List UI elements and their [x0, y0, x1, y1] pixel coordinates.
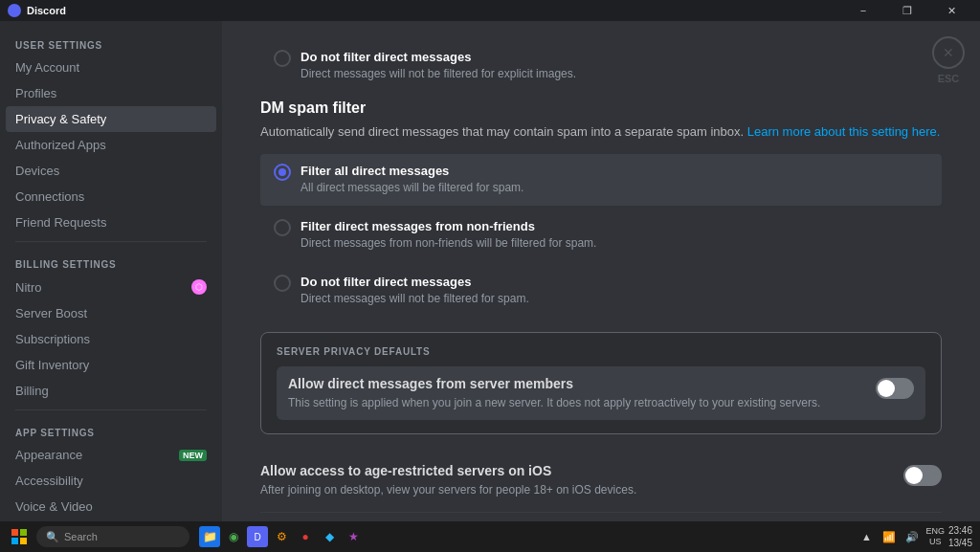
taskbar-app-explorer[interactable]: 📁: [199, 526, 220, 547]
tray-icon-network[interactable]: 📶: [880, 527, 899, 546]
taskbar-app-discord[interactable]: D: [247, 526, 268, 547]
esc-circle: ✕: [932, 36, 965, 69]
sidebar-item-my-account[interactable]: My Account: [6, 55, 216, 80]
sidebar-item-authorized-apps[interactable]: Authorized Apps: [6, 132, 216, 158]
sidebar-item-billing[interactable]: Billing: [6, 378, 216, 404]
no-filter-top-title: Do not filter direct messages: [301, 50, 576, 64]
radio-filter-all: [274, 164, 291, 181]
browser-icon: ◉: [229, 530, 238, 543]
sidebar-item-label: Accessibility: [15, 474, 83, 488]
radio-no-filter-bottom: [274, 275, 291, 292]
svg-rect-2: [11, 538, 18, 544]
app-title: Discord: [27, 5, 66, 16]
sidebar-item-nitro[interactable]: Nitro ⬡: [6, 274, 216, 300]
age-restricted-ios-title: Allow access to age-restricted servers o…: [260, 463, 636, 478]
nitro-icon: ⬡: [191, 279, 207, 295]
sidebar-item-label: Gift Inventory: [15, 358, 89, 372]
no-filter-bottom-option[interactable]: Do not filter direct messages Direct mes…: [260, 265, 942, 317]
sidebar-item-gift-inventory[interactable]: Gift Inventory: [6, 352, 216, 378]
tray-icon-1[interactable]: ▲: [857, 527, 876, 546]
sidebar-item-label: Profiles: [15, 86, 56, 100]
sidebar-item-devices[interactable]: Devices: [6, 158, 216, 184]
restore-button[interactable]: ❐: [886, 0, 928, 21]
taskbar-search[interactable]: 🔍 Search: [36, 526, 189, 547]
allow-dm-text: Allow direct messages from server member…: [288, 376, 820, 411]
allow-dm-toggle[interactable]: [876, 378, 914, 399]
misc4-icon: ★: [348, 530, 359, 543]
sidebar: USER SETTINGS My Account Profiles Privac…: [0, 21, 222, 521]
date-display: 13/45: [948, 537, 972, 549]
no-filter-top-option[interactable]: Do not filter direct messages Direct mes…: [260, 40, 942, 92]
taskbar-app-misc2[interactable]: ●: [295, 526, 316, 547]
filter-non-friends-content: Filter direct messages from non-friends …: [301, 219, 596, 252]
divider-billing: [15, 241, 207, 242]
sidebar-item-accessibility[interactable]: Accessibility: [6, 468, 216, 494]
no-filter-top-content: Do not filter direct messages Direct mes…: [301, 50, 576, 82]
sidebar-item-profiles[interactable]: Profiles: [6, 80, 216, 106]
toggle-knob-ios: [905, 467, 923, 484]
sidebar-item-label: Devices: [15, 164, 59, 178]
title-bar-left: Discord: [8, 4, 66, 17]
filter-all-option[interactable]: Filter all direct messages All direct me…: [260, 154, 942, 206]
age-restricted-ios-toggle[interactable]: [903, 465, 942, 486]
sidebar-item-subscriptions[interactable]: Subscriptions: [6, 326, 216, 352]
billing-settings-label: BILLING SETTINGS: [6, 248, 216, 274]
app-settings-label: APP SETTINGS: [6, 416, 216, 442]
windows-logo-icon: [11, 529, 27, 544]
sidebar-item-appearance[interactable]: Appearance NEW: [6, 442, 216, 468]
system-tray: ▲ 📶 🔊 ENG US 23:46 13/45: [857, 524, 972, 549]
allow-dm-title: Allow direct messages from server member…: [288, 376, 820, 391]
sidebar-item-label: Billing: [15, 384, 49, 398]
search-placeholder: Search: [64, 531, 98, 542]
sidebar-item-connections[interactable]: Connections: [6, 184, 216, 210]
discord-taskbar-icon: D: [254, 532, 260, 542]
misc3-icon: ◆: [325, 530, 334, 543]
title-bar-controls: − ❐ ✕: [842, 0, 972, 21]
no-filter-bottom-content: Do not filter direct messages Direct mes…: [301, 275, 529, 307]
taskbar-app-misc4[interactable]: ★: [343, 526, 364, 547]
sidebar-item-label: Authorized Apps: [15, 138, 106, 152]
filter-all-desc: All direct messages will be filtered for…: [301, 180, 523, 196]
filter-non-friends-option[interactable]: Filter direct messages from non-friends …: [260, 210, 942, 261]
search-icon: 🔍: [46, 531, 59, 543]
filter-all-content: Filter all direct messages All direct me…: [301, 164, 523, 196]
locale-text: US: [925, 537, 945, 547]
tray-icons: ▲ 📶 🔊 ENG US 23:46 13/45: [857, 524, 972, 549]
sidebar-item-server-boost[interactable]: Server Boost: [6, 300, 216, 326]
start-button[interactable]: [8, 525, 31, 548]
discord-logo-icon: [8, 4, 21, 17]
allow-dm-desc: This setting is applied when you join a …: [288, 395, 820, 411]
server-privacy-box: SERVER PRIVACY DEFAULTS Allow direct mes…: [260, 332, 942, 435]
misc1-icon: ⚙: [277, 530, 287, 543]
esc-button[interactable]: ✕ ESC: [932, 36, 965, 84]
dm-spam-desc: Automatically send direct messages that …: [260, 122, 942, 142]
sidebar-item-label: Nitro: [15, 280, 41, 295]
esc-label: ESC: [938, 73, 960, 84]
close-button[interactable]: ✕: [930, 0, 972, 21]
taskbar-app-misc3[interactable]: ◆: [319, 526, 340, 547]
filter-non-friends-title: Filter direct messages from non-friends: [301, 219, 596, 233]
sidebar-item-privacy-safety[interactable]: Privacy & Safety: [6, 106, 216, 132]
sidebar-item-label: Appearance: [15, 448, 82, 462]
sidebar-item-voice-video[interactable]: Voice & Video: [6, 494, 216, 519]
allow-dm-setting-highlighted: Allow direct messages from server member…: [277, 366, 925, 421]
dm-spam-link[interactable]: Learn more about this setting here.: [747, 124, 941, 139]
taskbar-app-browser[interactable]: ◉: [223, 526, 244, 547]
message-requests-row: Enable message requests from server memb…: [260, 513, 942, 521]
taskbar: 🔍 Search 📁 ◉ D ⚙ ● ◆ ★ ▲ 📶 🔊: [0, 521, 980, 552]
explorer-icon: 📁: [203, 530, 217, 543]
dm-spam-desc-text: Automatically send direct messages that …: [260, 124, 744, 139]
radio-filter-non-friends: [274, 219, 291, 236]
taskbar-apps: 📁 ◉ D ⚙ ● ◆ ★: [199, 526, 364, 547]
dm-spam-title: DM spam filter: [260, 99, 942, 117]
taskbar-app-misc1[interactable]: ⚙: [271, 526, 292, 547]
sidebar-item-label: Friend Requests: [15, 215, 106, 230]
language-indicator: ENG US: [925, 526, 945, 547]
filter-non-friends-desc: Direct messages from non-friends will be…: [301, 235, 596, 252]
sidebar-item-friend-requests[interactable]: Friend Requests: [6, 210, 216, 235]
filter-all-title: Filter all direct messages: [301, 164, 523, 178]
no-filter-top-desc: Direct messages will not be filtered for…: [301, 66, 576, 82]
tray-icon-volume[interactable]: 🔊: [902, 527, 922, 546]
minimize-button[interactable]: −: [842, 0, 884, 21]
svg-rect-3: [20, 538, 27, 544]
